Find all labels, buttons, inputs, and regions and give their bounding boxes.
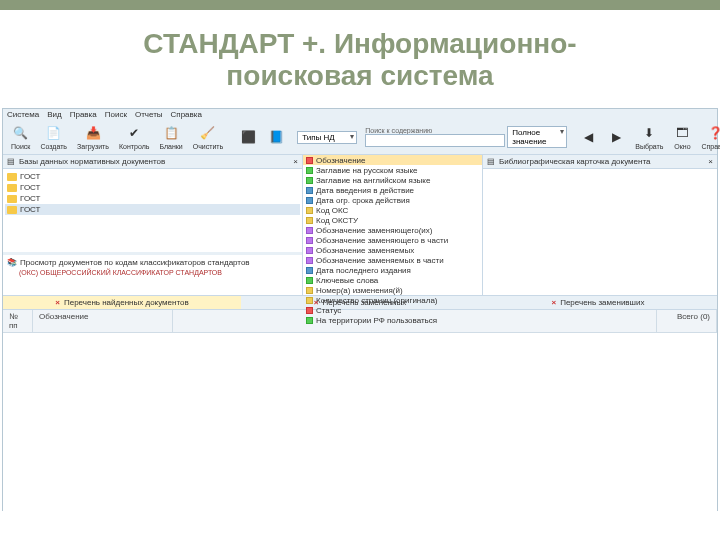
arrow-left-icon: ◀ [579, 128, 597, 146]
search-input[interactable] [365, 134, 505, 147]
search-button[interactable]: 🔍Поиск [7, 123, 34, 151]
field-label: Код ОКС [316, 206, 348, 215]
classifier-header[interactable]: 📚 Просмотр документов по кодам классифик… [5, 257, 300, 268]
field-label: Номер(а) изменения(й) [316, 286, 403, 295]
tree-item[interactable]: ГОСТ [5, 182, 300, 193]
grid-header: № пп Обозначение Всего (0) [3, 310, 717, 333]
field-row[interactable]: Код ОКСТУ [303, 215, 482, 225]
field-color-icon [306, 267, 313, 274]
title-line-2: поисковая система [226, 60, 493, 91]
field-label: Обозначение заменяемых [316, 246, 414, 255]
control-icon: ✔ [125, 124, 143, 142]
fields-pane: ОбозначениеЗаглавие на русском языкеЗагл… [303, 155, 483, 295]
types-dropdown[interactable]: Типы НД [297, 131, 357, 144]
close-icon[interactable]: × [293, 157, 298, 166]
doc-icon: 📘 [267, 128, 285, 146]
nav-prev-button[interactable]: ◀ [575, 127, 601, 147]
field-color-icon [306, 227, 313, 234]
field-label: Дата последнего издания [316, 266, 411, 275]
load-button[interactable]: 📥Загрузить [73, 123, 113, 151]
menu-edit[interactable]: Правка [70, 110, 97, 119]
field-row[interactable]: Обозначение заменяющего(их) [303, 225, 482, 235]
close-icon[interactable]: × [708, 157, 713, 166]
menu-help[interactable]: Справка [171, 110, 202, 119]
help-icon: ❓ [706, 124, 720, 142]
field-color-icon [306, 207, 313, 214]
window-button[interactable]: 🗔Окно [669, 123, 695, 151]
field-row[interactable]: Заглавие на русском языке [303, 165, 482, 175]
nav-next-button[interactable]: ▶ [603, 127, 629, 147]
classifier-item[interactable]: (ОКС) ОБЩЕРОССИЙСКИЙ КЛАССИФИКАТОР СТАНД… [5, 268, 300, 277]
tab-found[interactable]: ×Перечень найденных документов [3, 296, 241, 309]
field-row[interactable]: Заглавие на английском языке [303, 175, 482, 185]
pdf-icon: ⬛ [239, 128, 257, 146]
field-row[interactable]: Дата огр. срока действия [303, 195, 482, 205]
menubar: Система Вид Правка Поиск Отчеты Справка [3, 109, 717, 120]
col-num[interactable]: № пп [3, 310, 33, 332]
arrow-right-icon: ▶ [607, 128, 625, 146]
classifier-tree: 📚 Просмотр документов по кодам классифик… [3, 255, 302, 295]
clear-button[interactable]: 🧹Очистить [189, 123, 227, 151]
col-spacer [173, 310, 657, 332]
search-field-wrap: Поиск к содержанию [365, 127, 505, 147]
menu-view[interactable]: Вид [47, 110, 61, 119]
clear-icon: 🧹 [199, 124, 217, 142]
help-button[interactable]: ❓Справка [697, 123, 720, 151]
load-icon: 📥 [84, 124, 102, 142]
field-row[interactable]: Дата введения в действие [303, 185, 482, 195]
field-label: Заглавие на английском языке [316, 176, 430, 185]
db-icon: ▤ [7, 157, 15, 166]
menu-search[interactable]: Поиск [105, 110, 127, 119]
field-color-icon [306, 257, 313, 264]
field-row[interactable]: Обозначение заменяемых [303, 245, 482, 255]
doc-button[interactable]: 📘 [263, 127, 289, 147]
field-color-icon [306, 217, 313, 224]
tree-item[interactable]: ГОСТ [5, 171, 300, 182]
tab-replaced[interactable]: ×Перечень замененных [241, 296, 479, 309]
tab-replacing[interactable]: ×Перечень заменивших [479, 296, 717, 309]
left-title-text: Базы данных нормативных документов [19, 157, 165, 166]
field-color-icon [306, 287, 313, 294]
create-button[interactable]: 📄Создать [36, 123, 71, 151]
card-icon: ▤ [487, 157, 495, 166]
field-color-icon [306, 237, 313, 244]
pdf-button[interactable]: ⬛ [235, 127, 261, 147]
field-row[interactable]: Ключевые слова [303, 275, 482, 285]
results-grid: № пп Обозначение Всего (0) [3, 310, 717, 510]
col-code[interactable]: Обозначение [33, 310, 173, 332]
field-row[interactable]: Номер(а) изменения(й) [303, 285, 482, 295]
select-button[interactable]: ⬇Выбрать [631, 123, 667, 151]
card-body [483, 169, 717, 295]
right-pane: ▤ Библиографическая карточка документа × [483, 155, 717, 295]
field-row[interactable]: Обозначение [303, 155, 482, 165]
left-pane-title: ▤ Базы данных нормативных документов × [3, 155, 302, 169]
menu-system[interactable]: Система [7, 110, 39, 119]
tree-item[interactable]: ГОСТ [5, 204, 300, 215]
folder-icon [7, 195, 17, 203]
field-row[interactable]: Дата последнего издания [303, 265, 482, 275]
close-tab-icon[interactable]: × [314, 298, 319, 307]
left-pane: ▤ Базы данных нормативных документов × Г… [3, 155, 303, 295]
menu-reports[interactable]: Отчеты [135, 110, 163, 119]
field-row[interactable]: Код ОКС [303, 205, 482, 215]
right-tools: 🗔Окно ❓Справка ⏻Выход [669, 123, 720, 151]
control-button[interactable]: ✔Контроль [115, 123, 153, 151]
grid-body[interactable] [3, 333, 717, 519]
db-tree[interactable]: ГОСТ ГОСТ ГОСТ ГОСТ [3, 169, 302, 252]
field-label: Дата введения в действие [316, 186, 414, 195]
tree-item[interactable]: ГОСТ [5, 193, 300, 204]
field-label: Обозначение [316, 156, 365, 165]
close-tab-icon[interactable]: × [551, 298, 556, 307]
match-mode-dropdown[interactable]: Полное значение [507, 126, 567, 148]
field-color-icon [306, 177, 313, 184]
main-area: ▤ Базы данных нормативных документов × Г… [3, 155, 717, 295]
blanks-button[interactable]: 📋Бланки [155, 123, 186, 151]
close-tab-icon[interactable]: × [55, 298, 60, 307]
field-row[interactable]: Обозначение заменяемых в части [303, 255, 482, 265]
folder-icon [7, 184, 17, 192]
field-color-icon [306, 167, 313, 174]
field-row[interactable]: Обозначение заменяющего в части [303, 235, 482, 245]
field-color-icon [306, 247, 313, 254]
book-icon: 📚 [7, 258, 17, 267]
grid-total: Всего (0) [657, 310, 717, 332]
